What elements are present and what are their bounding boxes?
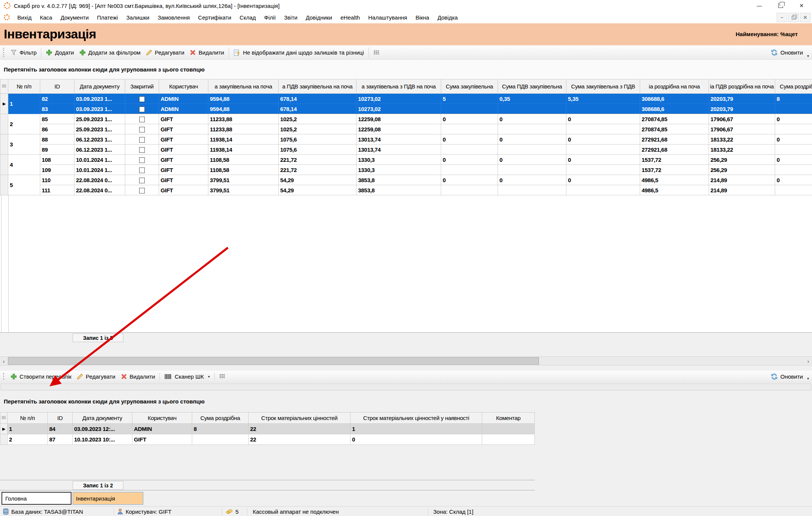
table-row[interactable]: 8906.12.2023 1...GIFT11938,141075,613013…	[0, 145, 812, 155]
cell-user[interactable]: GIFT	[159, 134, 208, 145]
closed-checkbox[interactable]	[139, 157, 145, 163]
cell-date[interactable]: 03.09.2023 12:...	[73, 424, 132, 434]
cell-sum-vat-purch[interactable]: 0	[498, 175, 566, 185]
cell-retail-start[interactable]: 4986,5	[640, 185, 709, 195]
cell-id[interactable]: 110	[40, 175, 74, 185]
cell-sum-retail[interactable]: 0	[775, 155, 812, 165]
cell-sum-purch[interactable]: 0	[441, 114, 498, 124]
refresh-button[interactable]: Оновити	[768, 48, 806, 57]
cell-closed[interactable]	[125, 155, 159, 165]
tab-inventory[interactable]: Інвентаризація	[73, 492, 143, 505]
column-header-purch-with-vat-start[interactable]: а закупівельна з ПДВ на поча	[357, 79, 441, 94]
cell-purch-with-vat-start[interactable]: 12259,08	[357, 114, 441, 124]
cell-sum-retail[interactable]: 8	[775, 94, 812, 104]
barcode-scanner-button[interactable]: Сканер ШК ▾	[162, 372, 212, 381]
cell-sum-vat-purch[interactable]: 0	[498, 134, 566, 145]
closed-checkbox[interactable]	[139, 137, 145, 143]
column-header-id[interactable]: ID	[40, 79, 74, 94]
cell-purch-start[interactable]: 1108,58	[208, 165, 279, 175]
cell-date[interactable]: 06.12.2023 1...	[74, 145, 125, 155]
table-row[interactable]: 38806.12.2023 1...GIFT11938,141075,61301…	[0, 134, 812, 145]
mdi-minimize-button[interactable]: −	[777, 13, 787, 22]
table-row[interactable]: 28525.09.2023 1...GIFT11233,881025,21225…	[0, 114, 812, 124]
column-header-term-available[interactable]: Строк матеріальних цінностей у наявності	[351, 412, 482, 424]
cell-user[interactable]: GIFT	[132, 434, 192, 445]
cell-closed[interactable]	[125, 185, 159, 195]
cell-date[interactable]: 25.09.2023 1...	[74, 124, 125, 134]
cell-purch-start[interactable]: 11938,14	[208, 145, 279, 155]
cell-sum-retail[interactable]: 0	[775, 175, 812, 185]
restore-button[interactable]	[770, 0, 791, 11]
menu-item-4[interactable]: Платежі	[93, 14, 122, 21]
edit-button[interactable]: Редагувати	[143, 48, 187, 57]
cell-date[interactable]: 06.12.2023 1...	[74, 134, 125, 145]
scroll-left-button[interactable]: ‹	[0, 357, 8, 365]
cell-sum-retail[interactable]: 0	[775, 134, 812, 145]
add-by-filter-button[interactable]: Додати за фільтром	[77, 48, 143, 57]
closed-checkbox[interactable]	[139, 117, 145, 122]
delete-button[interactable]: Видалити	[187, 48, 227, 57]
menu-item-6[interactable]: Замовлення	[153, 14, 194, 21]
cell-user[interactable]: GIFT	[159, 165, 208, 175]
cell-sum-purch-with-vat[interactable]	[566, 145, 640, 155]
cell-sum-retail[interactable]	[775, 124, 812, 134]
closed-checkbox[interactable]	[139, 147, 145, 153]
cell-sum-retail[interactable]	[775, 145, 812, 155]
delete-recount-button[interactable]: Видалити	[118, 372, 158, 381]
cell-sum-purch[interactable]	[441, 185, 498, 195]
closed-checkbox[interactable]	[139, 107, 145, 112]
cell-id[interactable]: 87	[48, 434, 73, 445]
cell-retail-start[interactable]: 272921,68	[640, 134, 709, 145]
refresh-dropdown-caret[interactable]: ▾	[807, 54, 809, 58]
cell-retail-start[interactable]: 270874,85	[640, 114, 709, 124]
cell-purch-start[interactable]: 9594,88	[208, 94, 279, 104]
cell-sum-vat-purch[interactable]: 0	[498, 155, 566, 165]
column-header-sum-retail[interactable]: Сума роздрібна	[192, 412, 249, 424]
cell-vat-purch-start[interactable]: 221,72	[279, 165, 357, 175]
cell-num[interactable]: 3	[8, 134, 40, 155]
cell-date[interactable]: 03.09.2023 1...	[74, 94, 125, 104]
cell-closed[interactable]	[125, 124, 159, 134]
cell-retail-start[interactable]: 308688,6	[640, 104, 709, 114]
column-header-date[interactable]: Дата документу	[74, 79, 125, 94]
cell-id[interactable]: 111	[40, 185, 74, 195]
cell-sum-vat-purch[interactable]: 0,35	[498, 94, 566, 104]
cell-user[interactable]: ADMIN	[132, 424, 192, 434]
cell-vat-purch-start[interactable]: 221,72	[279, 155, 357, 165]
column-header-purch-start[interactable]: а закупівельна на поча	[208, 79, 279, 94]
cell-term-available[interactable]: 0	[351, 434, 482, 445]
cell-id[interactable]: 85	[40, 114, 74, 124]
column-header-num[interactable]: № п/п	[8, 412, 48, 424]
filter-button[interactable]: Фільтр	[8, 48, 39, 57]
table-row[interactable]: 11122.08.2024 0...GIFT3799,5154,293853,8…	[0, 185, 812, 195]
cell-sum-retail[interactable]	[775, 185, 812, 195]
refresh-dropdown-caret[interactable]: ▾	[807, 376, 809, 381]
cell-term[interactable]: 22	[249, 424, 351, 434]
cell-vat-retail-start[interactable]: 18133,22	[709, 145, 775, 155]
cell-id[interactable]: 108	[40, 155, 74, 165]
scrollbar-thumb[interactable]	[8, 357, 539, 365]
column-chooser-corner[interactable]	[0, 412, 8, 424]
cell-purch-start[interactable]: 11233,88	[208, 114, 279, 124]
cell-retail-start[interactable]: 272921,68	[640, 145, 709, 155]
cell-sum-vat-purch[interactable]: 0	[498, 114, 566, 124]
cell-date[interactable]: 22.08.2024 0...	[74, 185, 125, 195]
cell-closed[interactable]	[125, 94, 159, 104]
column-header-sum-purch-with-vat[interactable]: Сума закупівельна з ПДВ	[566, 79, 640, 94]
cell-purch-start[interactable]: 1108,58	[208, 155, 279, 165]
cell-sum-vat-purch[interactable]	[498, 124, 566, 134]
cell-sum-purch[interactable]: 5	[441, 94, 498, 104]
create-recount-button[interactable]: Створити переоблік	[8, 372, 74, 381]
column-header-id[interactable]: ID	[48, 412, 73, 424]
cell-closed[interactable]	[125, 134, 159, 145]
cell-date[interactable]: 22.08.2024 0...	[74, 175, 125, 185]
column-header-term[interactable]: Строк матеріальних цінностей	[249, 412, 351, 424]
cell-vat-purch-start[interactable]: 1075,6	[279, 145, 357, 155]
cell-user[interactable]: GIFT	[159, 114, 208, 124]
cell-vat-retail-start[interactable]: 256,29	[709, 165, 775, 175]
cell-purch-start[interactable]: 3799,51	[208, 175, 279, 185]
cell-purch-with-vat-start[interactable]: 1330,3	[357, 165, 441, 175]
cell-purch-with-vat-start[interactable]: 1330,3	[357, 155, 441, 165]
cell-sum-vat-purch[interactable]	[498, 104, 566, 114]
cell-user[interactable]: ADMIN	[159, 104, 208, 114]
